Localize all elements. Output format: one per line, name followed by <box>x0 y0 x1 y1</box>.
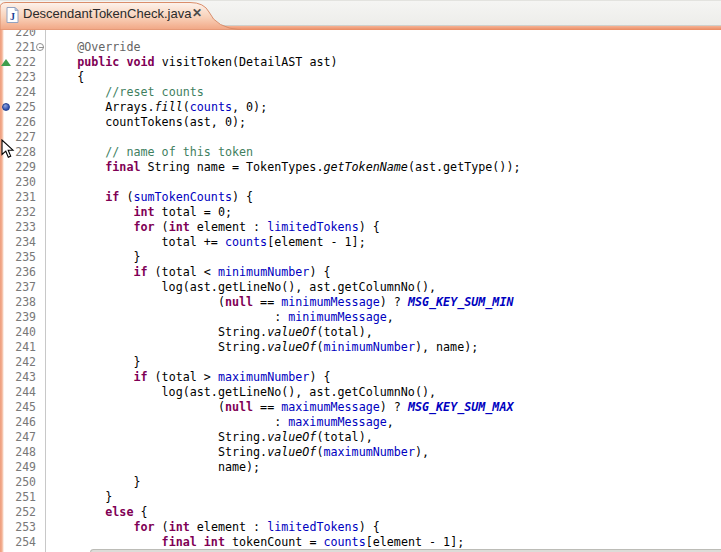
marker-column[interactable] <box>0 355 12 370</box>
fold-column[interactable] <box>36 325 46 340</box>
marker-column[interactable] <box>0 85 12 100</box>
code-text[interactable]: String.valueOf(total), <box>46 325 721 340</box>
code-text[interactable] <box>46 30 721 40</box>
code-text[interactable]: (null == maximumMessage) ? MSG_KEY_SUM_M… <box>46 400 721 415</box>
tab-descendant-token-check[interactable]: J DescendantTokenCheck.java ✕ <box>0 0 242 30</box>
fold-column[interactable] <box>36 295 46 310</box>
line-number[interactable]: 229 <box>12 160 36 175</box>
code-line[interactable]: 226 countTokens(ast, 0); <box>0 115 721 130</box>
fold-column[interactable] <box>36 130 46 145</box>
fold-column[interactable] <box>36 115 46 130</box>
code-line[interactable]: 222 public void visitToken(DetailAST ast… <box>0 55 721 70</box>
marker-column[interactable] <box>0 445 12 460</box>
code-line[interactable]: 252 else { <box>0 505 721 520</box>
code-line[interactable]: 238 (null == minimumMessage) ? MSG_KEY_S… <box>0 295 721 310</box>
line-number[interactable]: 225 <box>12 100 36 115</box>
breakpoint-icon[interactable] <box>2 103 10 111</box>
line-number[interactable]: 242 <box>12 355 36 370</box>
code-text[interactable]: name); <box>46 460 721 475</box>
fold-column[interactable] <box>36 370 46 385</box>
line-number[interactable]: 240 <box>12 325 36 340</box>
line-number[interactable]: 254 <box>12 535 36 550</box>
code-text[interactable]: final int tokenCount = counts[element - … <box>46 535 721 550</box>
code-line[interactable]: 224 //reset counts <box>0 85 721 100</box>
fold-column[interactable] <box>36 385 46 400</box>
line-number[interactable]: 248 <box>12 445 36 460</box>
code-editor[interactable]: 220221 @Override222 public void visitTok… <box>0 30 721 552</box>
code-line[interactable]: 254 final int tokenCount = counts[elemen… <box>0 535 721 550</box>
fold-column[interactable] <box>36 40 46 55</box>
line-number[interactable]: 253 <box>12 520 36 535</box>
line-number[interactable]: 236 <box>12 265 36 280</box>
code-line[interactable]: 247 String.valueOf(total), <box>0 430 721 445</box>
code-text[interactable]: total += counts[element - 1]; <box>46 235 721 250</box>
marker-column[interactable] <box>0 115 12 130</box>
code-line[interactable]: 227 <box>0 130 721 145</box>
line-number[interactable]: 232 <box>12 205 36 220</box>
marker-column[interactable] <box>0 250 12 265</box>
code-text[interactable]: String.valueOf(minimumNumber), name); <box>46 340 721 355</box>
code-line[interactable]: 232 int total = 0; <box>0 205 721 220</box>
code-line[interactable]: 246 : maximumMessage, <box>0 415 721 430</box>
code-text[interactable]: } <box>46 475 721 490</box>
fold-column[interactable] <box>36 265 46 280</box>
fold-column[interactable] <box>36 400 46 415</box>
fold-column[interactable] <box>36 160 46 175</box>
fold-column[interactable] <box>36 280 46 295</box>
code-text[interactable]: else { <box>46 505 721 520</box>
marker-column[interactable] <box>0 475 12 490</box>
code-line[interactable]: 220 <box>0 30 721 40</box>
fold-column[interactable] <box>36 310 46 325</box>
code-line[interactable]: 223 { <box>0 70 721 85</box>
code-text[interactable]: Arrays.fill(counts, 0); <box>46 100 721 115</box>
fold-column[interactable] <box>36 415 46 430</box>
line-number[interactable]: 237 <box>12 280 36 295</box>
line-number[interactable]: 222 <box>12 55 36 70</box>
fold-column[interactable] <box>36 505 46 520</box>
line-number[interactable]: 231 <box>12 190 36 205</box>
code-text[interactable] <box>46 175 721 190</box>
fold-column[interactable] <box>36 490 46 505</box>
code-line[interactable]: 231 if (sumTokenCounts) { <box>0 190 721 205</box>
line-number[interactable]: 223 <box>12 70 36 85</box>
marker-column[interactable] <box>0 520 12 535</box>
code-text[interactable]: String.valueOf(total), <box>46 430 721 445</box>
marker-column[interactable] <box>0 265 12 280</box>
code-text[interactable]: @Override <box>46 40 721 55</box>
code-line[interactable]: 242 } <box>0 355 721 370</box>
code-text[interactable]: } <box>46 490 721 505</box>
code-text[interactable]: } <box>46 355 721 370</box>
code-line[interactable]: 253 for (int element : limitedTokens) { <box>0 520 721 535</box>
marker-column[interactable] <box>0 310 12 325</box>
line-number[interactable]: 246 <box>12 415 36 430</box>
fold-column[interactable] <box>36 250 46 265</box>
marker-column[interactable] <box>0 385 12 400</box>
fold-column[interactable] <box>36 460 46 475</box>
line-number[interactable]: 252 <box>12 505 36 520</box>
code-text[interactable]: { <box>46 70 721 85</box>
fold-column[interactable] <box>36 475 46 490</box>
line-number[interactable]: 238 <box>12 295 36 310</box>
code-line[interactable]: 236 if (total < minimumNumber) { <box>0 265 721 280</box>
marker-column[interactable] <box>0 295 12 310</box>
fold-column[interactable] <box>36 340 46 355</box>
marker-column[interactable] <box>0 205 12 220</box>
marker-column[interactable] <box>0 30 12 40</box>
line-number[interactable]: 233 <box>12 220 36 235</box>
fold-column[interactable] <box>36 145 46 160</box>
fold-column[interactable] <box>36 205 46 220</box>
line-number[interactable]: 243 <box>12 370 36 385</box>
line-number[interactable]: 220 <box>12 30 36 40</box>
marker-column[interactable] <box>0 175 12 190</box>
fold-column[interactable] <box>36 190 46 205</box>
fold-column[interactable] <box>36 175 46 190</box>
marker-column[interactable] <box>0 55 12 70</box>
line-number[interactable]: 227 <box>12 130 36 145</box>
line-number[interactable]: 221 <box>12 40 36 55</box>
marker-column[interactable] <box>0 340 12 355</box>
code-text[interactable]: for (int element : limitedTokens) { <box>46 520 721 535</box>
marker-column[interactable] <box>0 535 12 550</box>
line-number[interactable]: 251 <box>12 490 36 505</box>
marker-column[interactable] <box>0 325 12 340</box>
code-text[interactable]: countTokens(ast, 0); <box>46 115 721 130</box>
